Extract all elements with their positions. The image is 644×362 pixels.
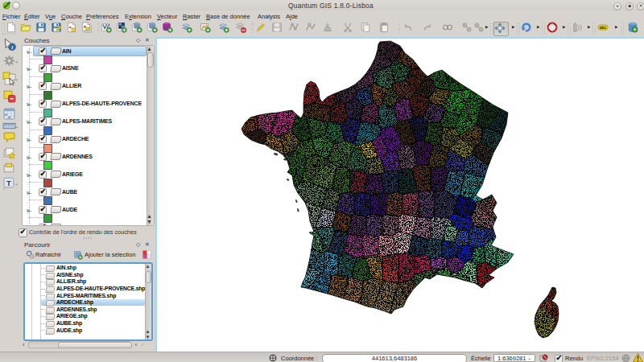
svg-text:i: i [11, 44, 13, 50]
svg-text:abc: abc [600, 26, 607, 30]
svg-text:T: T [6, 179, 11, 187]
